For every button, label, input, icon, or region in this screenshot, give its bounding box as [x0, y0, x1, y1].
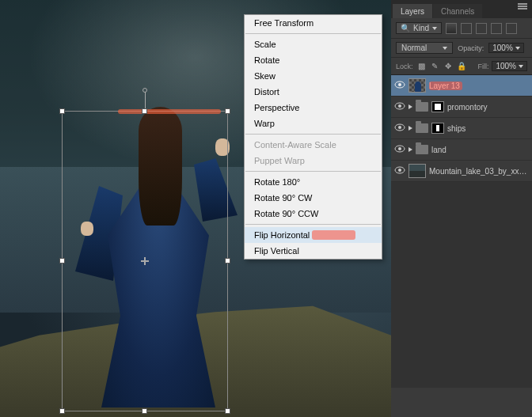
layer-thumbnail[interactable] [408, 164, 426, 178]
blend-mode-value: Normal [401, 44, 427, 52]
layer-row[interactable]: Layer 13 [391, 75, 532, 97]
menu-rotate-90-cw[interactable]: Rotate 90° CW [245, 190, 382, 206]
lock-label: Lock: [396, 63, 413, 70]
lock-all-icon[interactable]: 🔒 [457, 61, 467, 71]
svg-point-5 [398, 126, 401, 129]
layer-row[interactable]: land [391, 139, 532, 161]
fill-value: 100% [496, 62, 516, 70]
layer-thumbnail[interactable] [408, 78, 426, 93]
filter-shape-layers-icon[interactable] [491, 23, 502, 34]
filter-type-layers-icon[interactable] [476, 23, 487, 34]
layer-row[interactable]: ships [391, 118, 532, 139]
menu-separator [245, 33, 381, 34]
menu-puppet-warp: Puppet Warp [245, 153, 382, 169]
layer-filter-kind-label: Kind [413, 24, 429, 32]
menu-warp[interactable]: Warp [245, 116, 382, 131]
visibility-toggle-icon[interactable] [394, 102, 405, 112]
filter-smart-objects-icon[interactable] [506, 23, 517, 34]
visibility-toggle-icon[interactable] [394, 81, 405, 90]
transform-handle-bottom-right[interactable] [225, 408, 230, 414]
layer-name[interactable]: land [431, 146, 529, 154]
menu-perspective[interactable]: Perspective [245, 100, 382, 116]
transform-context-menu: Free Transform Scale Rotate Skew Distort… [244, 14, 382, 260]
menu-flip-horizontal[interactable]: Flip Horizontal [245, 227, 382, 243]
layer-name[interactable]: promontory [447, 103, 529, 112]
tab-channels[interactable]: Channels [433, 4, 482, 18]
filter-pixel-layers-icon[interactable] [446, 23, 457, 34]
layer-name[interactable]: Mountain_lake_03_by_xxM… [429, 167, 529, 176]
menu-rotate[interactable]: Rotate [245, 52, 382, 68]
visibility-toggle-icon[interactable] [394, 166, 405, 176]
fill-input[interactable]: 100% [492, 61, 527, 71]
layers-empty-area[interactable] [391, 182, 532, 388]
fill-label: Fill: [477, 63, 488, 70]
layer-row[interactable]: promontory [391, 97, 532, 118]
free-transform-bounding-box[interactable] [62, 111, 228, 411]
menu-flip-horizontal-label: Flip Horizontal [254, 230, 310, 240]
opacity-input[interactable]: 100% [488, 43, 524, 53]
svg-point-3 [398, 104, 401, 108]
panel-menu-icon[interactable] [518, 3, 529, 13]
visibility-toggle-icon[interactable] [394, 123, 405, 133]
layer-filter-row: 🔍 Kind [391, 18, 532, 39]
transform-reference-point[interactable] [142, 88, 147, 93]
layer-row[interactable]: Mountain_lake_03_by_xxM… [391, 161, 532, 182]
opacity-value: 100% [492, 44, 513, 52]
annotation-highlight [312, 230, 355, 240]
transform-center-marker[interactable] [141, 257, 149, 265]
blend-mode-select[interactable]: Normal [396, 42, 453, 54]
menu-distort[interactable]: Distort [245, 84, 382, 100]
blend-mode-row: Normal Opacity: 100% [391, 39, 532, 58]
layer-mask-thumbnail[interactable] [431, 123, 444, 134]
menu-scale[interactable]: Scale [245, 36, 382, 52]
transform-handle-top[interactable] [142, 108, 147, 114]
svg-point-1 [398, 83, 401, 86]
transform-handle-top-left[interactable] [59, 108, 65, 114]
menu-flip-vertical[interactable]: Flip Vertical [245, 243, 382, 259]
expand-group-icon[interactable] [408, 147, 412, 152]
panel-tabs: Layers Channels [391, 0, 532, 18]
menu-separator [245, 171, 381, 172]
folder-icon [416, 102, 428, 112]
transform-handle-right[interactable] [225, 258, 230, 263]
menu-content-aware-scale: Content-Aware Scale [245, 137, 382, 153]
chevron-down-icon [432, 27, 437, 30]
expand-group-icon[interactable] [408, 126, 412, 131]
annotation-highlight [118, 109, 221, 114]
lock-transparency-icon[interactable]: ▩ [416, 61, 427, 71]
layer-filter-kind-select[interactable]: 🔍 Kind [396, 22, 442, 34]
expand-group-icon[interactable] [408, 104, 412, 109]
menu-rotate-90-ccw[interactable]: Rotate 90° CCW [245, 206, 382, 222]
lock-row: Lock: ▩ ✎ ✥ 🔒 Fill: 100% [391, 58, 532, 75]
layer-name[interactable]: ships [447, 124, 529, 133]
tab-layers[interactable]: Layers [393, 4, 432, 18]
layers-panel: Layers Channels 🔍 Kind Normal Opacity: 1… [391, 0, 532, 417]
svg-point-7 [398, 147, 401, 150]
layers-list: Layer 13 promontory ships [391, 75, 532, 182]
opacity-label: Opacity: [458, 44, 484, 52]
lock-pixels-icon[interactable]: ✎ [430, 61, 440, 71]
folder-icon [416, 145, 428, 154]
layer-name[interactable]: Layer 13 [429, 82, 529, 90]
chevron-down-icon [519, 65, 523, 68]
chevron-down-icon [443, 47, 447, 50]
menu-skew[interactable]: Skew [245, 68, 382, 84]
chevron-down-icon [515, 47, 520, 50]
transform-handle-bottom[interactable] [142, 408, 147, 414]
svg-point-9 [398, 169, 401, 172]
menu-free-transform[interactable]: Free Transform [245, 15, 382, 31]
transform-handle-left[interactable] [59, 258, 65, 263]
menu-separator [245, 224, 381, 225]
menu-separator [245, 134, 381, 135]
search-icon: 🔍 [401, 24, 410, 32]
transform-handle-bottom-left[interactable] [59, 408, 65, 414]
folder-icon [416, 123, 428, 133]
lock-position-icon[interactable]: ✥ [443, 61, 454, 71]
visibility-toggle-icon[interactable] [394, 145, 405, 154]
menu-rotate-180[interactable]: Rotate 180° [245, 174, 382, 190]
layer-mask-thumbnail[interactable] [431, 101, 444, 112]
transform-handle-top-right[interactable] [225, 108, 230, 114]
filter-adjustment-layers-icon[interactable] [461, 23, 472, 34]
